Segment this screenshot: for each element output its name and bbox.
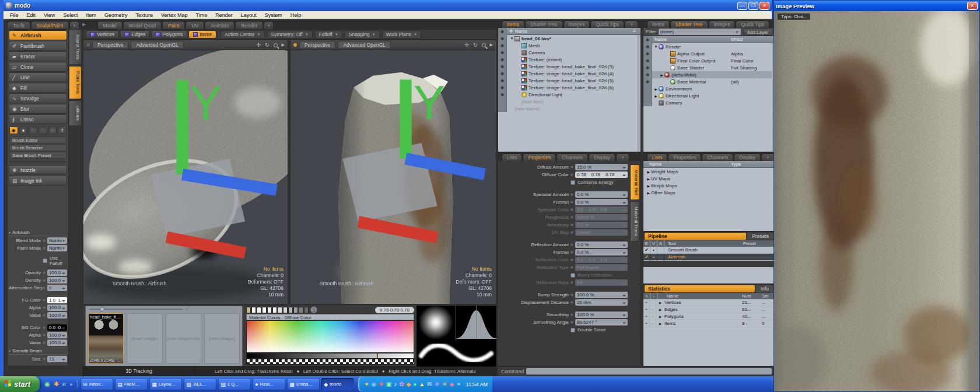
- renderer-button[interactable]: Advanced OpenGL: [338, 41, 390, 49]
- menu-item-time[interactable]: Time: [191, 12, 211, 18]
- shader-row-camera[interactable]: Camera: [643, 99, 775, 106]
- menu-item-file[interactable]: File: [6, 12, 23, 18]
- tab-display[interactable]: Display: [589, 153, 615, 161]
- expander-icon[interactable]: ▼: [653, 45, 659, 48]
- shader-row-defaultmat[interactable]: ◉▶(defaultMat): [643, 71, 775, 78]
- dropdown-field[interactable]: Full Scene▼: [575, 264, 628, 271]
- tool-fill[interactable]: ◆Fill: [9, 83, 67, 93]
- menu-item-layout[interactable]: Layout: [237, 12, 261, 18]
- quicklaunch-icon[interactable]: ✱: [54, 380, 59, 388]
- brush-tip-button[interactable]: ●: [19, 127, 28, 134]
- mini-toggle[interactable]: [570, 223, 573, 226]
- spinner-icon[interactable]: ◂▸: [622, 215, 626, 219]
- chevron-down-icon[interactable]: ▼: [622, 231, 626, 235]
- menu-item-help[interactable]: Help: [286, 12, 306, 18]
- expand-plus-button[interactable]: +: [643, 299, 650, 306]
- tray-icon[interactable]: ❖: [435, 382, 440, 387]
- mini-toggle[interactable]: [570, 258, 573, 261]
- quicklaunch-icon[interactable]: e: [62, 380, 66, 388]
- value-field[interactable]: 0.0 %◂▸: [575, 222, 628, 228]
- checkbox[interactable]: [570, 180, 575, 185]
- mini-toggle[interactable]: [570, 266, 573, 269]
- tab-x[interactable]: +: [264, 21, 274, 29]
- spinner-icon[interactable]: ◂▸: [62, 333, 65, 337]
- tab-paint[interactable]: Paint: [162, 21, 185, 29]
- color-swatch[interactable]: [262, 307, 267, 313]
- mini-toggle[interactable]: [43, 279, 46, 282]
- expander-icon[interactable]: ▶: [646, 184, 651, 188]
- tab-display[interactable]: Display: [734, 153, 761, 161]
- eye-icon[interactable]: ◉: [498, 42, 507, 49]
- button-brush-editor[interactable]: Brush Editor: [9, 136, 66, 144]
- color-swatch[interactable]: [272, 307, 277, 313]
- mode-vertices[interactable]: Vertices: [86, 30, 119, 38]
- tool-clone[interactable]: ▱Clone: [9, 62, 67, 72]
- spinner-icon[interactable]: ◂▸: [62, 313, 65, 317]
- tab-x[interactable]: +: [616, 153, 629, 161]
- expander-icon[interactable]: ▶: [656, 321, 664, 326]
- spinner-icon[interactable]: ◂▸: [622, 250, 626, 254]
- tab-model[interactable]: Model: [97, 21, 123, 29]
- spinner-icon[interactable]: ◂▸: [622, 165, 626, 169]
- mini-toggle[interactable]: [570, 313, 573, 316]
- value-field[interactable]: 1.0 1.0 1.0◂▸: [575, 257, 628, 263]
- mini-toggle[interactable]: [43, 326, 46, 329]
- mini-toggle[interactable]: [43, 271, 46, 274]
- pipeline-header[interactable]: Pipeline: [645, 233, 746, 240]
- tab-channels[interactable]: Channels: [556, 153, 588, 161]
- preview-close-button[interactable]: ✕: [967, 2, 978, 10]
- tab-items[interactable]: Items: [502, 20, 524, 28]
- eye-icon[interactable]: ◉: [643, 50, 652, 57]
- expander-icon[interactable]: ▶: [656, 300, 664, 304]
- eye-icon[interactable]: ◉: [498, 91, 507, 98]
- brush-falloff-curve[interactable]: [456, 306, 496, 339]
- image-slot-load-image[interactable]: (load image): [127, 313, 162, 364]
- item-row-texture-image-head-bake-final-02d-5[interactable]: ◉Texture: Image: head_bake_final_02d (5): [498, 77, 640, 84]
- tab-animate[interactable]: Animate: [205, 21, 235, 29]
- collapse-minus-button[interactable]: -: [650, 299, 656, 306]
- expand-icon[interactable]: ▶: [490, 43, 493, 47]
- mini-toggle[interactable]: [570, 231, 573, 234]
- hue-saturation-gradient[interactable]: [246, 320, 414, 353]
- taskbar-task-filem[interactable]: ▤FileM...: [115, 378, 148, 390]
- value-field[interactable]: 15.0 %◂▸: [575, 164, 628, 170]
- expand-plus-button[interactable]: +: [643, 320, 650, 327]
- mini-toggle[interactable]: [570, 321, 573, 324]
- eye-icon[interactable]: [498, 98, 507, 105]
- restore-button[interactable]: ❒: [748, 2, 758, 10]
- mini-toggle[interactable]: [43, 341, 46, 344]
- visibility-dot-icon[interactable]: •: [650, 247, 657, 254]
- eye-icon[interactable]: ◉: [643, 64, 652, 71]
- quick-launch-overflow[interactable]: »: [69, 382, 72, 387]
- spinner-icon[interactable]: ◂▸: [622, 208, 626, 212]
- value-field[interactable]: 100.0 %◂▸: [47, 270, 67, 276]
- statistics-header[interactable]: Statistics: [645, 285, 755, 292]
- slider-handle[interactable]: [100, 307, 104, 312]
- tab-lists[interactable]: Lists: [647, 153, 667, 161]
- color-swatch[interactable]: [257, 307, 261, 313]
- shader-row-base-material[interactable]: ◉Base Material(all): [643, 78, 775, 85]
- image-thumbnail[interactable]: head_bake_fi ...2048 x 2048, ...: [88, 313, 124, 364]
- spinner-icon[interactable]: ◂▸: [622, 223, 626, 227]
- menu-item-select[interactable]: Select: [59, 12, 82, 18]
- expander-icon[interactable]: ▼: [509, 37, 514, 40]
- preview-title-bar[interactable]: Image Preview ✕: [774, 1, 979, 11]
- item-row-new-item[interactable]: (new item): [498, 98, 640, 105]
- menu-item-vertex-map[interactable]: Vertex Map: [157, 12, 192, 18]
- mode-polygons[interactable]: Polygons: [151, 30, 187, 38]
- tab-images[interactable]: Images: [709, 20, 736, 28]
- tracking-mode-button[interactable]: 3D Tracking: [83, 366, 195, 376]
- expander-icon[interactable]: ▶: [653, 87, 659, 91]
- expander-icon[interactable]: ▶: [646, 177, 651, 181]
- dropdown-field[interactable]: Normal Proj ...▼: [47, 245, 67, 251]
- eye-icon[interactable]: ◉: [498, 56, 507, 63]
- spinner-icon[interactable]: ◂▸: [622, 281, 626, 285]
- image-slot-new-image[interactable]: (new image): [204, 313, 240, 364]
- add-layer-button[interactable]: Add Layer: [743, 29, 772, 36]
- preview-canvas[interactable]: Type: Clos...: [774, 11, 979, 391]
- collapse-minus-button[interactable]: -: [650, 313, 656, 320]
- tray-icon[interactable]: ◈: [450, 382, 454, 387]
- enable-check-icon[interactable]: ✔: [643, 247, 650, 254]
- color-swatch[interactable]: [267, 307, 272, 313]
- mini-toggle[interactable]: [43, 314, 46, 317]
